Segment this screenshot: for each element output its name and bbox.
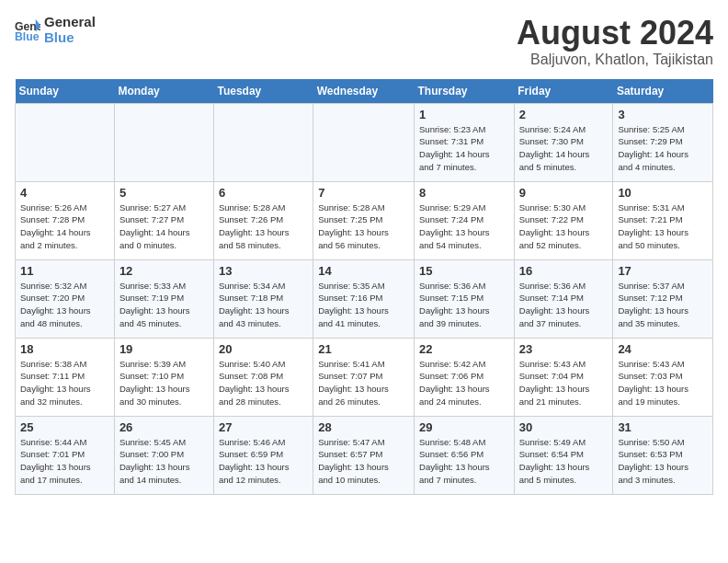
weekday-header: Sunday (16, 79, 115, 104)
day-info: Sunrise: 5:27 AM Sunset: 7:27 PM Dayligh… (119, 201, 209, 252)
day-info: Sunrise: 5:34 AM Sunset: 7:18 PM Dayligh… (219, 280, 308, 330)
day-number: 10 (618, 186, 708, 200)
day-number: 16 (519, 264, 609, 278)
calendar-cell: 30Sunrise: 5:49 AM Sunset: 6:54 PM Dayli… (514, 416, 613, 494)
calendar-cell (16, 103, 115, 181)
month-year: August 2024 (517, 15, 713, 52)
calendar-table: SundayMondayTuesdayWednesdayThursdayFrid… (15, 79, 713, 495)
day-number: 28 (318, 420, 409, 434)
day-info: Sunrise: 5:23 AM Sunset: 7:31 PM Dayligh… (419, 123, 509, 174)
calendar-cell: 12Sunrise: 5:33 AM Sunset: 7:19 PM Dayli… (114, 259, 213, 338)
calendar-header: SundayMondayTuesdayWednesdayThursdayFrid… (16, 79, 713, 104)
calendar-cell: 22Sunrise: 5:42 AM Sunset: 7:06 PM Dayli… (415, 338, 515, 416)
day-number: 29 (419, 420, 509, 434)
day-info: Sunrise: 5:29 AM Sunset: 7:24 PM Dayligh… (419, 201, 509, 252)
calendar-cell: 13Sunrise: 5:34 AM Sunset: 7:18 PM Dayli… (213, 259, 313, 338)
weekday-header: Wednesday (313, 79, 415, 104)
day-number: 4 (20, 186, 109, 200)
logo: General Blue General Blue (15, 15, 96, 45)
day-info: Sunrise: 5:37 AM Sunset: 7:12 PM Dayligh… (618, 280, 708, 330)
calendar-cell: 14Sunrise: 5:35 AM Sunset: 7:16 PM Dayli… (313, 259, 415, 338)
day-number: 14 (318, 264, 409, 278)
weekday-header-row: SundayMondayTuesdayWednesdayThursdayFrid… (16, 79, 713, 104)
day-number: 6 (219, 186, 308, 200)
day-number: 2 (519, 108, 609, 121)
day-info: Sunrise: 5:32 AM Sunset: 7:20 PM Dayligh… (20, 280, 109, 330)
day-number: 5 (119, 186, 209, 200)
calendar-cell: 16Sunrise: 5:36 AM Sunset: 7:14 PM Dayli… (514, 259, 613, 338)
calendar-row: 1Sunrise: 5:23 AM Sunset: 7:31 PM Daylig… (16, 103, 713, 181)
day-number: 1 (419, 108, 509, 121)
page-header: General Blue General Blue August 2024 Ba… (15, 15, 713, 68)
day-info: Sunrise: 5:49 AM Sunset: 6:54 PM Dayligh… (519, 436, 609, 487)
day-info: Sunrise: 5:48 AM Sunset: 6:56 PM Dayligh… (419, 436, 509, 487)
day-number: 26 (119, 420, 209, 434)
day-info: Sunrise: 5:44 AM Sunset: 7:01 PM Dayligh… (20, 436, 109, 487)
calendar-cell: 29Sunrise: 5:48 AM Sunset: 6:56 PM Dayli… (415, 416, 515, 494)
day-number: 31 (618, 420, 708, 434)
calendar-cell: 7Sunrise: 5:28 AM Sunset: 7:25 PM Daylig… (313, 181, 415, 259)
day-number: 19 (119, 342, 209, 356)
day-info: Sunrise: 5:43 AM Sunset: 7:03 PM Dayligh… (618, 358, 708, 408)
calendar-row: 4Sunrise: 5:26 AM Sunset: 7:28 PM Daylig… (16, 181, 713, 259)
day-number: 18 (20, 342, 109, 356)
location: Baljuvon, Khatlon, Tajikistan (517, 52, 713, 68)
calendar-cell: 1Sunrise: 5:23 AM Sunset: 7:31 PM Daylig… (415, 103, 515, 181)
day-info: Sunrise: 5:39 AM Sunset: 7:10 PM Dayligh… (119, 358, 209, 408)
calendar-body: 1Sunrise: 5:23 AM Sunset: 7:31 PM Daylig… (16, 103, 713, 494)
calendar-cell: 19Sunrise: 5:39 AM Sunset: 7:10 PM Dayli… (114, 338, 213, 416)
day-info: Sunrise: 5:36 AM Sunset: 7:14 PM Dayligh… (519, 280, 609, 330)
day-info: Sunrise: 5:28 AM Sunset: 7:25 PM Dayligh… (318, 201, 409, 252)
calendar-cell: 6Sunrise: 5:28 AM Sunset: 7:26 PM Daylig… (213, 181, 313, 259)
day-info: Sunrise: 5:42 AM Sunset: 7:06 PM Dayligh… (419, 358, 509, 408)
day-number: 25 (20, 420, 109, 434)
title-block: August 2024 Baljuvon, Khatlon, Tajikista… (517, 15, 713, 68)
weekday-header: Thursday (415, 79, 515, 104)
day-number: 27 (219, 420, 308, 434)
calendar-cell: 2Sunrise: 5:24 AM Sunset: 7:30 PM Daylig… (514, 103, 613, 181)
weekday-header: Tuesday (213, 79, 313, 104)
day-number: 24 (618, 342, 708, 356)
day-info: Sunrise: 5:28 AM Sunset: 7:26 PM Dayligh… (219, 201, 308, 252)
day-number: 22 (419, 342, 509, 356)
day-info: Sunrise: 5:30 AM Sunset: 7:22 PM Dayligh… (519, 201, 609, 252)
calendar-cell (313, 103, 415, 181)
weekday-header: Saturday (613, 79, 713, 104)
day-info: Sunrise: 5:33 AM Sunset: 7:19 PM Dayligh… (119, 280, 209, 330)
logo-icon: General Blue (15, 17, 40, 43)
day-number: 9 (519, 186, 609, 200)
svg-text:Blue: Blue (15, 29, 40, 42)
day-number: 20 (219, 342, 308, 356)
day-number: 15 (419, 264, 509, 278)
day-info: Sunrise: 5:31 AM Sunset: 7:21 PM Dayligh… (618, 201, 708, 252)
day-info: Sunrise: 5:41 AM Sunset: 7:07 PM Dayligh… (318, 358, 409, 408)
day-number: 12 (119, 264, 209, 278)
calendar-cell: 21Sunrise: 5:41 AM Sunset: 7:07 PM Dayli… (313, 338, 415, 416)
day-info: Sunrise: 5:36 AM Sunset: 7:15 PM Dayligh… (419, 280, 509, 330)
calendar-cell (213, 103, 313, 181)
day-number: 3 (618, 108, 708, 121)
logo-general: General (44, 15, 96, 30)
calendar-cell: 26Sunrise: 5:45 AM Sunset: 7:00 PM Dayli… (114, 416, 213, 494)
calendar-cell (114, 103, 213, 181)
calendar-cell: 10Sunrise: 5:31 AM Sunset: 7:21 PM Dayli… (613, 181, 713, 259)
calendar-cell: 15Sunrise: 5:36 AM Sunset: 7:15 PM Dayli… (415, 259, 515, 338)
calendar-cell: 11Sunrise: 5:32 AM Sunset: 7:20 PM Dayli… (16, 259, 115, 338)
day-info: Sunrise: 5:46 AM Sunset: 6:59 PM Dayligh… (219, 436, 308, 487)
day-info: Sunrise: 5:25 AM Sunset: 7:29 PM Dayligh… (618, 123, 708, 174)
day-info: Sunrise: 5:35 AM Sunset: 7:16 PM Dayligh… (318, 280, 409, 330)
day-number: 8 (419, 186, 509, 200)
day-number: 30 (519, 420, 609, 434)
calendar-cell: 8Sunrise: 5:29 AM Sunset: 7:24 PM Daylig… (415, 181, 515, 259)
weekday-header: Monday (114, 79, 213, 104)
day-info: Sunrise: 5:45 AM Sunset: 7:00 PM Dayligh… (119, 436, 209, 487)
day-info: Sunrise: 5:26 AM Sunset: 7:28 PM Dayligh… (20, 201, 109, 252)
calendar-cell: 5Sunrise: 5:27 AM Sunset: 7:27 PM Daylig… (114, 181, 213, 259)
day-number: 17 (618, 264, 708, 278)
day-number: 23 (519, 342, 609, 356)
day-info: Sunrise: 5:38 AM Sunset: 7:11 PM Dayligh… (20, 358, 109, 408)
calendar-cell: 31Sunrise: 5:50 AM Sunset: 6:53 PM Dayli… (613, 416, 713, 494)
weekday-header: Friday (514, 79, 613, 104)
day-info: Sunrise: 5:47 AM Sunset: 6:57 PM Dayligh… (318, 436, 409, 487)
day-number: 7 (318, 186, 409, 200)
